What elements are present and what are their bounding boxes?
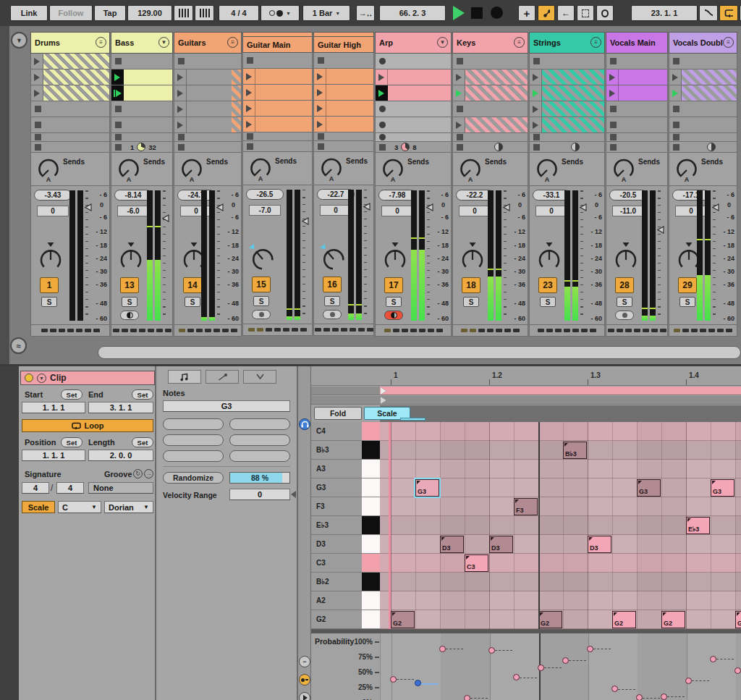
pan-knob[interactable]: [458, 241, 487, 276]
clip-slot[interactable]: [111, 133, 173, 142]
clip-slot[interactable]: [111, 117, 173, 133]
arm-record-button[interactable]: [252, 310, 271, 319]
clip-slot[interactable]: [669, 117, 737, 133]
loop-start-field[interactable]: 23. 1. 1: [631, 5, 698, 21]
clip-slot[interactable]: [242, 69, 313, 85]
track-stop-all-icon[interactable]: [178, 144, 185, 151]
volume-fader-handle[interactable]: [363, 201, 370, 214]
solo-button[interactable]: S: [386, 297, 402, 307]
track-stop-all-icon[interactable]: [457, 144, 463, 151]
clip-slot[interactable]: [452, 101, 528, 117]
clip-body[interactable]: [43, 69, 109, 85]
clip-body[interactable]: [43, 54, 109, 69]
time-signature-field[interactable]: 4 / 4: [219, 5, 259, 21]
solo-button[interactable]: S: [185, 297, 200, 307]
tab-expression[interactable]: [243, 370, 276, 384]
clip-slot[interactable]: [242, 101, 313, 117]
clip-launch-button[interactable]: [314, 69, 326, 84]
clip-launch-button[interactable]: [453, 117, 465, 132]
key-label-Bb3[interactable]: B♭3: [311, 441, 362, 460]
clip-slot[interactable]: [111, 69, 173, 85]
solo-button[interactable]: S: [540, 297, 556, 307]
clip-slot[interactable]: [529, 133, 605, 142]
clip-slot[interactable]: [375, 101, 452, 117]
key-black[interactable]: [362, 516, 380, 535]
clip-slot[interactable]: [174, 101, 242, 117]
start-marker[interactable]: [381, 397, 386, 404]
start-set-button[interactable]: Set: [61, 389, 82, 400]
clip-body[interactable]: [619, 69, 667, 85]
send-a-knob[interactable]: A: [611, 156, 637, 186]
volume-fader-handle[interactable]: [712, 201, 719, 214]
volume-fader-handle[interactable]: [216, 201, 224, 214]
lane-collapse-button[interactable]: −: [299, 656, 310, 667]
position-set-button[interactable]: Set: [61, 437, 82, 447]
clip-launch-button[interactable]: [31, 85, 43, 101]
probability-point[interactable]: [636, 694, 643, 700]
clip-body[interactable]: [542, 117, 604, 132]
clip-launch-button[interactable]: [174, 69, 187, 85]
track-menu-icon[interactable]: ≡: [590, 37, 601, 48]
probability-point[interactable]: [439, 646, 446, 652]
clip-launch-button[interactable]: [314, 85, 326, 100]
track-header[interactable]: Strings≡: [529, 32, 605, 54]
volume-field[interactable]: 0: [459, 206, 491, 216]
clip-slot[interactable]: [174, 85, 242, 101]
clip-slot[interactable]: [669, 54, 737, 69]
end-set-button[interactable]: Set: [132, 389, 153, 400]
probability-point[interactable]: [538, 665, 544, 671]
key-white[interactable]: [362, 497, 380, 516]
midi-note-G2[interactable]: G2: [391, 611, 415, 628]
clip-slot[interactable]: [111, 101, 173, 117]
key-black[interactable]: [362, 573, 380, 591]
clip-body[interactable]: [187, 69, 241, 85]
lane-play-button[interactable]: [299, 692, 310, 700]
commit-groove-button[interactable]: ↻: [133, 469, 143, 478]
clip-launch-button[interactable]: [530, 69, 542, 85]
link-button[interactable]: Link: [10, 5, 48, 21]
clip-slot[interactable]: [529, 101, 605, 117]
key-label-F3[interactable]: F3: [311, 497, 362, 516]
duplicate-button[interactable]: [229, 450, 290, 462]
track-activator-button[interactable]: 15: [252, 277, 271, 292]
solo-button[interactable]: S: [253, 296, 269, 306]
pan-knob[interactable]: [381, 241, 410, 276]
clip-slot[interactable]: [313, 85, 374, 101]
probability-point[interactable]: [513, 674, 520, 680]
arm-record-button[interactable]: [323, 310, 342, 319]
midi-note-D3[interactable]: D3: [440, 536, 464, 553]
track-stop-all-icon[interactable]: [610, 144, 617, 151]
clip-slot[interactable]: [174, 133, 242, 142]
clip-slot[interactable]: [529, 85, 605, 101]
clip-slot[interactable]: [669, 85, 737, 101]
clip-launch-button[interactable]: [111, 85, 124, 101]
clip-slot[interactable]: [111, 54, 173, 69]
crossfader-section-toggle-button[interactable]: ≈: [10, 337, 27, 354]
key-label-C3[interactable]: C3: [311, 554, 362, 573]
arm-record-button[interactable]: [384, 311, 403, 320]
midi-note-F3[interactable]: F3: [514, 498, 538, 515]
track-header[interactable]: Vocals Main: [606, 32, 668, 54]
track-menu-icon[interactable]: ≡: [723, 37, 734, 48]
nudge-down-button[interactable]: [174, 5, 193, 21]
clip-slot[interactable]: [452, 85, 528, 101]
insert-marker[interactable]: [538, 422, 540, 629]
preview-headphone-button[interactable]: [299, 418, 310, 430]
clip-launch-button[interactable]: [174, 101, 187, 117]
re-enable-automation-button[interactable]: ←: [557, 5, 575, 21]
track-unfold-icon[interactable]: ▼: [437, 37, 448, 48]
clip-launch-button[interactable]: [243, 85, 255, 100]
key-c[interactable]: [362, 554, 380, 573]
clip-slot[interactable]: [111, 85, 173, 101]
clip-body[interactable]: [255, 69, 312, 84]
track-activator-button[interactable]: 13: [120, 277, 139, 293]
velocity-range-field[interactable]: 0: [229, 489, 290, 500]
clip-slot[interactable]: [242, 117, 313, 132]
pan-knob[interactable]: [611, 241, 640, 276]
clip-launch-button[interactable]: [376, 85, 388, 101]
key-white[interactable]: [362, 610, 380, 629]
volume-field[interactable]: 0: [320, 205, 352, 216]
clip-slot[interactable]: [313, 69, 374, 85]
arrangement-position-field[interactable]: 66. 2. 3: [379, 5, 446, 21]
clip-body[interactable]: [255, 101, 312, 116]
